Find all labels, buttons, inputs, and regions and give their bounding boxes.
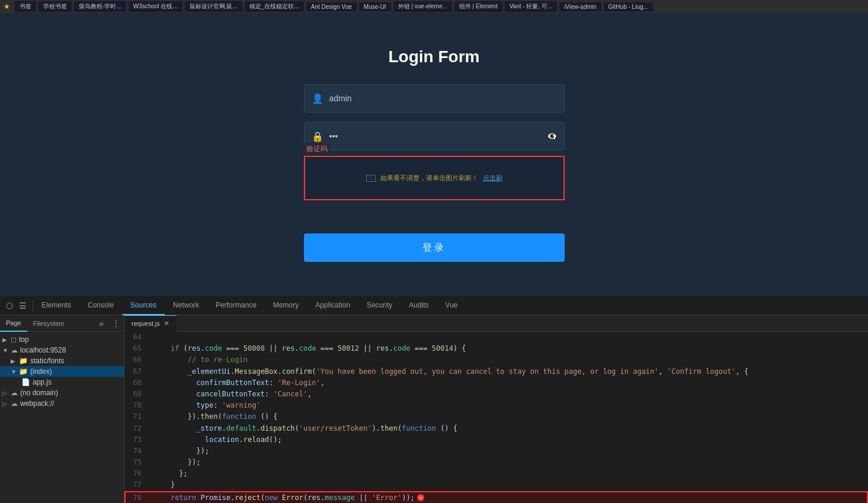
- user-icon: 👤: [312, 93, 324, 104]
- line-number: 65: [125, 343, 149, 354]
- folder-icon-index: 📁: [19, 367, 28, 376]
- line-number: 75: [125, 457, 149, 468]
- tree-arrow-top: ▶: [2, 337, 11, 343]
- browser-tab-2[interactable]: 柴鸟教程-学时...: [74, 1, 126, 12]
- line-number: 73: [125, 434, 149, 446]
- browser-tab-12[interactable]: GitHub - Liug...: [604, 2, 653, 11]
- line-number: 66: [125, 354, 149, 366]
- line-code: // to re-Login: [149, 354, 867, 366]
- code-line: 64: [125, 332, 867, 343]
- captcha-label-row: 验证码: [304, 143, 565, 155]
- captcha-refresh-link[interactable]: 点击刷: [483, 174, 502, 182]
- line-code: }).then(function () {: [149, 411, 867, 422]
- code-tab-close-icon[interactable]: ✕: [164, 319, 169, 328]
- code-tab-filename: request.js: [132, 320, 160, 327]
- browser-tab-6[interactable]: Ant Design Vue: [306, 2, 357, 11]
- tab-console[interactable]: Console: [79, 296, 122, 315]
- line-number: 77: [125, 479, 149, 491]
- browser-tab-9[interactable]: 组件 | Element: [454, 1, 502, 12]
- tab-memory[interactable]: Memory: [265, 296, 307, 315]
- tab-performance[interactable]: Performance: [207, 296, 265, 315]
- tree-arrow-nodomain: ▷: [2, 390, 11, 396]
- devtools-pointer-icon[interactable]: ⬡: [5, 300, 14, 312]
- localhost-cloud-icon: ☁: [11, 346, 18, 354]
- folder-icon-static: 📁: [19, 357, 28, 365]
- nodomain-cloud-icon: ☁: [11, 389, 18, 397]
- file-sidebar-tab-bar: Page Filesystem » ⋮: [0, 315, 124, 332]
- tab-network[interactable]: Network: [165, 296, 207, 315]
- browser-tab-8[interactable]: 外链 | vue-eleme...: [393, 1, 452, 12]
- line-number: 70: [125, 400, 149, 411]
- captcha-image-placeholder-row: □ 如果看不清楚，请单击图片刷新！ 点击刷: [366, 174, 502, 182]
- file-tree-item-index[interactable]: ▼ 📁 (index): [0, 366, 124, 377]
- tab-application[interactable]: Application: [307, 296, 358, 315]
- devtools-tab-bar: ⬡ ☰ Elements Console Sources Network Per…: [0, 296, 868, 315]
- eye-toggle-icon[interactable]: 👁‍🗨: [547, 132, 557, 141]
- devtools-device-icon[interactable]: ☰: [18, 300, 28, 312]
- browser-tab-3[interactable]: W3school 在线...: [129, 1, 182, 12]
- tab-audits[interactable]: Audits: [401, 296, 437, 315]
- fs-tab-more-icon[interactable]: »: [94, 319, 108, 328]
- file-tree-item-localhost[interactable]: ▼ ☁ localhost:9528: [0, 345, 124, 355]
- webpack-cloud-icon: ☁: [11, 399, 18, 408]
- broken-image-icon: □: [366, 175, 376, 182]
- captcha-red-border-box[interactable]: □ 如果看不清楚，请单击图片刷新！ 点击刷: [304, 156, 565, 200]
- browser-tab-5[interactable]: 稿定_在线稳定软...: [245, 1, 304, 12]
- line-code: cancelButtonText: 'Cancel',: [149, 389, 867, 400]
- tree-label-nodomain: (no domain): [20, 389, 58, 397]
- tab-elements[interactable]: Elements: [33, 296, 79, 315]
- code-body: 64 65 if (res.code === 50008 || res.code…: [125, 332, 867, 503]
- tab-vue[interactable]: Vue: [437, 296, 466, 315]
- fs-menu-icon[interactable]: ⋮: [108, 319, 124, 328]
- code-line: 72 _store.default.dispatch('user/resetTo…: [125, 423, 867, 434]
- line-code: type: 'warning': [149, 400, 867, 411]
- browser-tab-7[interactable]: Muse-UI: [359, 2, 391, 11]
- tree-label-index: (index): [30, 367, 52, 376]
- file-icon-appjs: 📄: [21, 378, 30, 386]
- captcha-instruction: 如果看不清楚，请单击图片刷新！: [380, 174, 478, 182]
- password-input[interactable]: [329, 132, 547, 141]
- file-tree-item-top[interactable]: ▶ ◻ top: [0, 334, 124, 345]
- code-line: 67 _elementUi.MessageBox.confirm('You ha…: [125, 366, 867, 377]
- line-code: if (res.code === 50008 || res.code === 5…: [149, 343, 867, 354]
- bookmark-icon: ★: [4, 2, 10, 11]
- code-line: 71 }).then(function () {: [125, 411, 867, 422]
- file-tree-item-static-fonts[interactable]: ▶ 📁 static/fonts: [0, 355, 124, 366]
- code-line: 70 type: 'warning': [125, 400, 867, 411]
- code-panel-tabs: request.js ✕: [124, 315, 868, 332]
- captcha-label: 验证码: [304, 143, 330, 155]
- tab-sources[interactable]: Sources: [122, 296, 165, 315]
- top-icon: ◻: [11, 335, 17, 344]
- line-code: _elementUi.MessageBox.confirm('You have …: [149, 366, 867, 377]
- file-tree-item-nodomain[interactable]: ▷ ☁ (no domain): [0, 387, 124, 398]
- line-code: return Promise.reject(new Error(res.mess…: [149, 492, 867, 503]
- fs-tab-page[interactable]: Page: [0, 315, 27, 332]
- line-number: 72: [125, 423, 149, 434]
- browser-tab-bookmark[interactable]: 书签: [15, 1, 36, 12]
- line-number: 67: [125, 366, 149, 377]
- username-wrapper: 👤: [304, 84, 565, 113]
- file-sidebar: Page Filesystem » ⋮ ▶ ◻ top: [0, 315, 124, 503]
- tree-arrow-index: ▼: [11, 369, 19, 375]
- devtools-body: Page Filesystem » ⋮ ▶ ◻ top: [0, 315, 868, 503]
- code-line: 65 if (res.code === 50008 || res.code ==…: [125, 343, 867, 354]
- login-title: Login Form: [389, 47, 480, 66]
- browser-tab-11[interactable]: iView-admin: [559, 2, 601, 11]
- code-content[interactable]: 64 65 if (res.code === 50008 || res.code…: [124, 332, 868, 503]
- line-code: confirmButtonText: 'Re-Login',: [149, 377, 867, 389]
- tree-label-localhost: localhost:9528: [20, 346, 66, 354]
- tab-security[interactable]: Security: [358, 296, 401, 315]
- file-tree: ▶ ◻ top ▼ ☁ localhost:9528 ▶ 📁: [0, 332, 124, 503]
- tree-label-static-fonts: static/fonts: [30, 357, 64, 365]
- browser-tab-4[interactable]: 鼠标设计官网,鼠...: [185, 1, 242, 12]
- login-button[interactable]: 登录: [304, 233, 565, 262]
- file-tree-item-webpack[interactable]: ▷ ☁ webpack://: [0, 398, 124, 409]
- fs-tab-filesystem[interactable]: Filesystem: [27, 315, 71, 332]
- code-tab-requestjs[interactable]: request.js ✕: [124, 315, 177, 332]
- code-line: 69 cancelButtonText: 'Cancel',: [125, 389, 867, 400]
- browser-tab-1[interactable]: 学校书签: [39, 1, 72, 12]
- username-input[interactable]: [329, 94, 557, 103]
- code-line: 66 // to re-Login: [125, 354, 867, 366]
- browser-tab-10[interactable]: Vant - 轻量, 可...: [505, 1, 558, 12]
- file-tree-item-appjs[interactable]: 📄 app.js: [0, 377, 124, 387]
